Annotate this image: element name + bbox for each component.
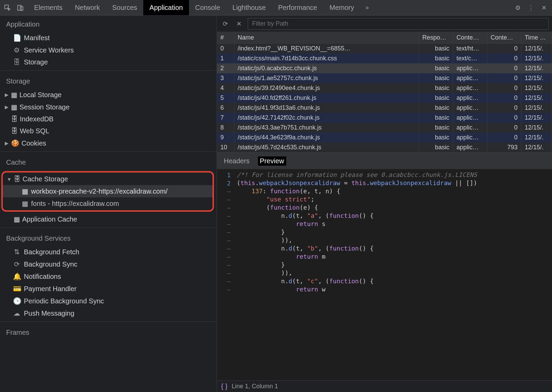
- tab-memory[interactable]: Memory: [323, 0, 360, 15]
- cache-entry-workbox[interactable]: ▦ workbox-precache-v2-https://excalidraw…: [3, 185, 213, 197]
- tab-elements[interactable]: Elements: [28, 0, 69, 15]
- table-row[interactable]: 4/static/js/39.f2490ee4.chunk.jsbasicapp…: [217, 83, 552, 93]
- reload-icon[interactable]: ⟳: [220, 19, 230, 29]
- grid-icon: ▦: [22, 187, 28, 195]
- cache-storage-highlight: ▼ 🗄 Cache Storage ▦ workbox-precache-v2-…: [1, 171, 214, 212]
- sidebar-item-session-storage[interactable]: ▶▦Session Storage: [0, 101, 217, 113]
- database-icon: 🗄: [14, 175, 20, 183]
- cursor-position: Line 1, Column 1: [232, 383, 278, 390]
- sidebar-item-notifications[interactable]: 🔔Notifications: [0, 270, 217, 283]
- table-row[interactable]: 8/static/js/43.3ae7b751.chunk.jsbasicapp…: [217, 123, 552, 133]
- sidebar-item-bg-fetch[interactable]: ⇅Background Fetch: [0, 246, 217, 258]
- col-5[interactable]: Time …: [521, 32, 552, 44]
- chevron-right-icon: ▶: [4, 104, 9, 110]
- col-3[interactable]: Conte…: [453, 32, 487, 44]
- grid-icon: ▦: [11, 91, 17, 99]
- section-background: Background Services: [0, 230, 217, 246]
- filter-input[interactable]: [248, 18, 549, 30]
- sidebar-item-cache-storage[interactable]: ▼ 🗄 Cache Storage: [3, 173, 213, 185]
- sidebar-item-payment[interactable]: 💳Payment Handler: [0, 283, 217, 295]
- inspect-icon[interactable]: [3, 3, 12, 13]
- tab-performance[interactable]: Performance: [272, 0, 323, 15]
- more-tabs-icon[interactable]: »: [362, 3, 372, 13]
- tab-lighthouse[interactable]: Lighthouse: [226, 0, 272, 15]
- tab-application[interactable]: Application: [143, 0, 189, 15]
- swap-icon: ⇅: [13, 248, 20, 256]
- table-row[interactable]: 3/static/js/1.ae52757c.chunk.jsbasicappl…: [217, 73, 552, 83]
- gear-icon: ⚙: [13, 46, 20, 54]
- devtools-tab-bar: ElementsNetworkSourcesApplicationConsole…: [0, 0, 552, 16]
- braces-icon[interactable]: { }: [221, 382, 228, 390]
- table-row[interactable]: 10/static/js/45.7d24c535.chunk.jsbasicap…: [217, 142, 552, 152]
- file-icon: 📄: [13, 34, 20, 42]
- subtab-preview[interactable]: Preview: [258, 156, 286, 166]
- grid-icon: ▦: [14, 215, 20, 223]
- grid-icon: ▦: [11, 103, 17, 111]
- bell-icon: 🔔: [13, 272, 20, 281]
- sidebar-item-app-cache[interactable]: ▶▦Application Cache: [0, 213, 217, 225]
- close-icon[interactable]: ✕: [539, 3, 549, 13]
- sidebar-item-websql[interactable]: ▶🗄Web SQL: [0, 125, 217, 137]
- table-row[interactable]: 1/static/css/main.7d14b3cc.chunk.cssbasi…: [217, 54, 552, 63]
- table-row[interactable]: 7/static/js/42.7142f02c.chunk.jsbasicapp…: [217, 113, 552, 123]
- cache-detail-pane: ⟳ ✕ #NameRespo…Conte…Conte…Time … 0/inde…: [217, 16, 552, 392]
- cache-toolbar: ⟳ ✕: [217, 16, 552, 32]
- svg-rect-1: [18, 5, 21, 10]
- sidebar-item-manifest[interactable]: 📄Manifest: [0, 32, 217, 44]
- section-storage: Storage: [0, 73, 217, 89]
- table-row[interactable]: 5/static/js/40.fd2ff261.chunk.jsbasicapp…: [217, 93, 552, 103]
- sidebar-item-service-workers[interactable]: ⚙Service Workers: [0, 44, 217, 56]
- sidebar-item-periodic-sync[interactable]: 🕒Periodic Background Sync: [0, 295, 217, 307]
- cache-table: #NameRespo…Conte…Conte…Time … 0/index.ht…: [217, 32, 552, 153]
- sidebar-item-indexeddb[interactable]: ▶🗄IndexedDB: [0, 113, 217, 125]
- clock-icon: 🕒: [13, 297, 20, 305]
- sidebar-item-cookies[interactable]: ▶🍪Cookies: [0, 137, 217, 149]
- subtab-headers[interactable]: Headers: [222, 156, 252, 166]
- sync-icon: ⟳: [13, 260, 20, 268]
- tab-sources[interactable]: Sources: [106, 0, 143, 15]
- tab-network[interactable]: Network: [69, 0, 106, 15]
- col-2[interactable]: Respo…: [419, 32, 453, 44]
- chevron-down-icon: ▼: [7, 177, 12, 182]
- kebab-icon[interactable]: ⋮: [526, 3, 536, 13]
- card-icon: 💳: [13, 285, 20, 293]
- col-4[interactable]: Conte…: [487, 32, 521, 44]
- application-sidebar: Application 📄Manifest ⚙Service Workers 🗄…: [0, 16, 217, 392]
- cache-entry-fonts[interactable]: ▦ fonts - https://excalidraw.com: [3, 197, 213, 210]
- preview-code: 12————————————— /*! For license informat…: [217, 169, 552, 380]
- sidebar-item-push[interactable]: ☁Push Messaging: [0, 307, 217, 319]
- col-1[interactable]: Name: [234, 32, 419, 44]
- grid-icon: ▦: [22, 199, 28, 208]
- status-bar: { } Line 1, Column 1: [217, 380, 552, 392]
- delete-icon[interactable]: ✕: [234, 19, 244, 29]
- table-row[interactable]: 9/static/js/44.3e623f9a.chunk.jsbasicapp…: [217, 133, 552, 142]
- preview-tabs: HeadersPreview: [217, 153, 552, 169]
- device-toggle-icon[interactable]: [16, 3, 25, 13]
- database-icon: 🗄: [11, 115, 18, 123]
- table-row[interactable]: 6/static/js/41.9f3d13a6.chunk.jsbasicapp…: [217, 103, 552, 113]
- gear-icon[interactable]: ⚙: [513, 3, 523, 13]
- table-row[interactable]: 0/index.html?__WB_REVISION__=6855…basict…: [217, 44, 552, 54]
- chevron-right-icon: ▶: [4, 140, 9, 146]
- sidebar-item-storage[interactable]: 🗄Storage: [0, 56, 217, 68]
- cloud-icon: ☁: [13, 309, 20, 317]
- database-icon: 🗄: [11, 127, 18, 135]
- database-icon: 🗄: [13, 58, 20, 66]
- section-application: Application: [0, 16, 217, 32]
- sidebar-item-local-storage[interactable]: ▶▦Local Storage: [0, 89, 217, 101]
- cookie-icon: 🍪: [11, 139, 19, 147]
- tab-console[interactable]: Console: [189, 0, 226, 15]
- section-frames: Frames: [0, 324, 217, 340]
- chevron-right-icon: ▶: [4, 92, 9, 97]
- col-0[interactable]: #: [217, 32, 234, 44]
- sidebar-item-bg-sync[interactable]: ⟳Background Sync: [0, 258, 217, 270]
- section-cache: Cache: [0, 154, 217, 170]
- table-row[interactable]: 2/static/js/0.acabcbcc.chunk.jsbasicappl…: [217, 63, 552, 73]
